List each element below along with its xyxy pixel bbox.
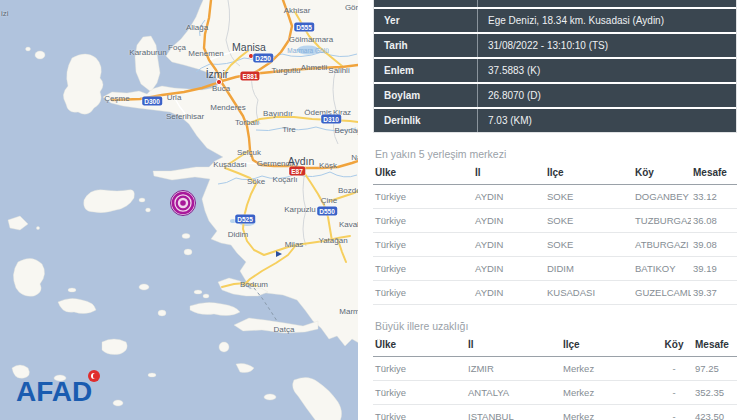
detail-value: 31/08/2022 - 13:10:10 (TS) <box>478 34 736 57</box>
table-cell: BATIKOY <box>633 263 691 274</box>
table-cell: ANTALYA <box>466 387 561 398</box>
table-cell: Türkiye <box>373 387 466 398</box>
map-label: Urla <box>167 93 182 102</box>
column-header: İlçe <box>545 167 633 178</box>
map-label: Turgutlu <box>271 66 300 75</box>
map-label: Salihli <box>328 66 349 75</box>
table-cell: Türkiye <box>373 239 473 250</box>
earthquake-detail-table: Yer Ege Denizi, 18.34 km. Kusadasi (Aydi… <box>373 0 737 133</box>
column-header: Köy <box>653 339 693 350</box>
road-shield: E87 <box>289 167 305 176</box>
major-cities-table: Ülke İl İlçe Köy Mesafe Türkiye IZMIR Me… <box>373 335 737 420</box>
table-cell: - <box>653 411 693 420</box>
map-label: Beydağ <box>334 126 358 135</box>
road-shield: D300 <box>142 97 162 106</box>
table-cell: IZMIR <box>466 363 561 374</box>
detail-row: Boylam 26.8070 (D) <box>374 82 736 107</box>
map-label: Söke <box>247 177 265 186</box>
table-cell: DOGANBEY <box>633 191 691 202</box>
column-header: İlçe <box>561 339 653 350</box>
table-row: Türkiye IZMIR Merkez - 97.25 <box>373 357 737 381</box>
detail-label: Boylam <box>374 84 478 107</box>
map-label: Menemen <box>188 49 224 58</box>
cities-section-title: Büyük illere uzaklığı <box>375 320 737 332</box>
table-cell: DIDIM <box>545 263 633 274</box>
map-label: Köşk <box>319 161 337 170</box>
map-label: Torbalı <box>235 118 259 127</box>
map-label: Kavaklıdere <box>339 220 358 229</box>
detail-row: Enlem 37.5883 (K) <box>374 57 736 82</box>
map-label: Bayındır <box>263 109 293 118</box>
map-label: Ahmetli <box>301 63 328 72</box>
map-label: Gördes <box>345 3 358 12</box>
map-label: Milas <box>285 240 304 249</box>
table-row: Türkiye AYDIN SOKE ATBURGAZI 39.08 <box>373 233 737 257</box>
table-cell: ISTANBUL <box>466 411 561 420</box>
table-header-row: Ülke İl İlçe Köy Mesafe <box>373 335 737 357</box>
map-label: Nazilli <box>351 153 358 162</box>
map-label: Datça <box>274 325 295 334</box>
table-cell: TUZBURGAZI <box>633 215 691 226</box>
map-label: Koçarlı <box>273 175 298 184</box>
map-label: Selçuk <box>237 148 261 157</box>
table-row: Türkiye ISTANBUL Merkez - 423.50 <box>373 405 737 420</box>
table-cell: KUSADASI <box>545 287 633 298</box>
road-shield: D555 <box>294 23 314 32</box>
map-label: Yatağan <box>318 236 347 245</box>
table-cell: 97.25 <box>693 363 737 374</box>
map[interactable]: izi Karaburun Foça Aliağa Akhisar Gördes… <box>0 0 358 420</box>
table-cell: AYDIN <box>473 263 545 274</box>
road-shield: E881 <box>240 72 259 81</box>
table-cell: Türkiye <box>373 363 466 374</box>
road-shield: D250 <box>253 54 273 63</box>
map-label: Seferihisar <box>166 112 204 121</box>
detail-value: 37.5883 (K) <box>478 59 736 82</box>
road-shield: D310 <box>321 115 341 124</box>
map-label: Menderes <box>210 103 246 112</box>
detail-value: 26.8070 (D) <box>478 84 736 107</box>
detail-value: 7.03 (KM) <box>478 109 736 132</box>
map-label-city: Manisa <box>232 41 266 53</box>
map-label: Buca <box>212 84 230 93</box>
table-cell: Merkez <box>561 387 653 398</box>
map-label: Gölmarmara <box>289 35 333 44</box>
table-cell: 36.08 <box>691 215 737 226</box>
detail-label: Derinlik <box>374 109 478 132</box>
column-header: Mesafe <box>693 339 737 350</box>
detail-label: Enlem <box>374 59 478 82</box>
table-row: Türkiye ANTALYA Merkez - 352.35 <box>373 381 737 405</box>
table-cell: AYDIN <box>473 287 545 298</box>
map-label-lake: Marmara Gölü <box>287 47 329 54</box>
detail-row: Tarih 31/08/2022 - 13:10:10 (TS) <box>374 32 736 57</box>
map-label: Marmaris <box>339 307 358 316</box>
table-cell: AYDIN <box>473 239 545 250</box>
table-row: Türkiye AYDIN KUSADASI GUZELCAMLI 39.37 <box>373 281 737 305</box>
table-cell: AYDIN <box>473 191 545 202</box>
table-cell: 352.35 <box>693 387 737 398</box>
table-cell: 39.37 <box>691 287 737 298</box>
table-cell: Merkez <box>561 411 653 420</box>
table-cell: SOKE <box>545 239 633 250</box>
afad-logo-text: AFAD <box>16 376 92 407</box>
earthquake-detail-page: izi Karaburun Foça Aliağa Akhisar Gördes… <box>0 0 740 420</box>
table-row: Türkiye AYDIN DIDIM BATIKOY 39.19 <box>373 257 737 281</box>
road-shield: D550 <box>317 207 337 216</box>
afad-logo: AFAD <box>16 378 92 406</box>
table-cell: - <box>653 387 693 398</box>
detail-value <box>478 0 736 7</box>
table-cell: Türkiye <box>373 191 473 202</box>
earthquake-epicenter-marker[interactable] <box>171 191 196 216</box>
column-header: Mesafe <box>691 167 737 178</box>
table-header-row: Ülke İl İlçe Köy Mesafe <box>373 163 737 185</box>
map-label: Bodrum <box>240 280 268 289</box>
map-label: Akhisar <box>284 6 311 15</box>
table-cell: ATBURGAZI <box>633 239 691 250</box>
column-header: Ülke <box>373 167 473 178</box>
table-cell: 39.19 <box>691 263 737 274</box>
map-label: Çine <box>321 196 337 205</box>
table-cell: AYDIN <box>473 215 545 226</box>
map-label: Tire <box>282 125 295 134</box>
detail-label <box>374 0 478 7</box>
table-cell: 39.08 <box>691 239 737 250</box>
map-label: Karaburun <box>129 48 166 57</box>
